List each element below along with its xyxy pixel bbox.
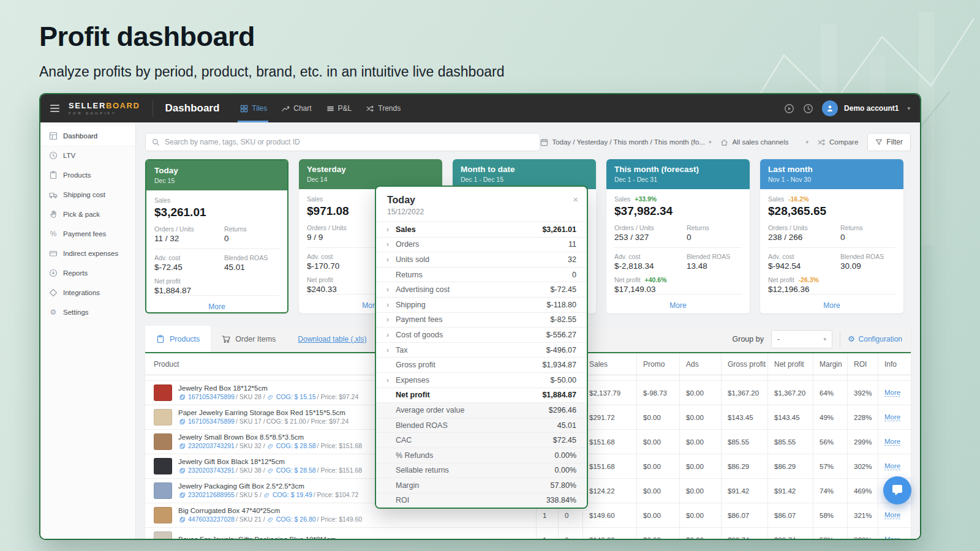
- paperclip-icon: [268, 394, 274, 400]
- product-id-link[interactable]: 2320203743291: [188, 442, 235, 451]
- sidebar-item-shipping-cost[interactable]: Shipping cost: [40, 185, 135, 204]
- tile-date: Dec 1 - Dec 15: [461, 176, 588, 183]
- net-delta-badge: -26.3%: [799, 276, 819, 283]
- tile-last-month[interactable]: Last month Nov 1 - Nov 30 Sales-16.2% $2…: [760, 159, 903, 313]
- more-link[interactable]: More: [208, 302, 225, 311]
- close-icon[interactable]: ×: [573, 194, 578, 204]
- tab-tiles[interactable]: Tiles: [240, 94, 267, 122]
- more-link[interactable]: More: [884, 511, 900, 519]
- paperclip-icon: [268, 443, 274, 449]
- sidebar-item-payment-fees[interactable]: % Payment fees: [40, 224, 135, 244]
- play-circle-icon[interactable]: [784, 103, 794, 114]
- sidebar-item-ltv[interactable]: LTV: [40, 146, 135, 165]
- compare-button[interactable]: Compare: [818, 138, 858, 146]
- more-link[interactable]: More: [823, 301, 840, 310]
- download-table-link[interactable]: Download table (.xls): [298, 335, 366, 343]
- sidebar-item-dashboard[interactable]: Dashboard: [40, 126, 135, 146]
- sidebar-item-reports[interactable]: Reports: [40, 263, 135, 283]
- search-box: [145, 133, 540, 151]
- toolbar-controls: Today / Yesterday / This month / This mo…: [540, 133, 911, 151]
- account-name[interactable]: Demo account1: [844, 104, 899, 113]
- product-id-link[interactable]: 1671053475899: [188, 393, 235, 402]
- popup-row: Returns0: [376, 267, 587, 282]
- tab-chart[interactable]: Chart: [282, 94, 311, 122]
- copy-icon[interactable]: [179, 492, 186, 498]
- clock-icon[interactable]: [803, 103, 813, 114]
- card-icon: [49, 249, 58, 258]
- avatar[interactable]: [822, 100, 838, 116]
- configuration-button[interactable]: ⚙ Configuration: [848, 334, 902, 343]
- tiles-grid-icon: [240, 105, 248, 113]
- copy-icon[interactable]: [179, 419, 186, 425]
- chevron-down-icon[interactable]: ▾: [907, 105, 910, 111]
- popup-row: Blended ROAS45.01: [376, 418, 587, 433]
- tile-title: Yesterday: [307, 165, 434, 174]
- popup-row[interactable]: ›Units sold32: [376, 252, 587, 267]
- sidebar-item-indirect-expenses[interactable]: Indirect expenses: [40, 244, 135, 263]
- copy-icon[interactable]: [179, 468, 186, 474]
- product-thumbnail: [154, 531, 172, 540]
- product-id-link[interactable]: 4476033237028: [188, 515, 235, 524]
- expand-icon: ›: [386, 346, 396, 354]
- popup-row[interactable]: ›Sales$3,261.01: [376, 222, 587, 237]
- popup-row: Gross profit$1,934.87: [376, 357, 587, 372]
- product-thumbnail: [154, 433, 172, 450]
- product-id-link[interactable]: 2320203743291: [188, 467, 235, 475]
- more-link[interactable]: More: [884, 413, 900, 421]
- more-link[interactable]: More: [884, 462, 900, 470]
- popup-row[interactable]: ›Advertising cost$-72.45: [376, 282, 587, 297]
- product-thumbnail: [154, 409, 172, 425]
- sales-value: $28,365.65: [768, 204, 895, 218]
- popup-row[interactable]: ›Orders11: [376, 237, 587, 252]
- compare-shuffle-icon: [818, 138, 826, 146]
- popup-row: Margin57.80%: [376, 478, 587, 493]
- sidebar-item-pick-pack[interactable]: Pick & pack: [40, 204, 135, 224]
- popup-date: 15/12/2022: [387, 208, 576, 216]
- popup-row[interactable]: ›Expenses$-50.00: [376, 372, 587, 388]
- sales-delta-badge: -16.2%: [788, 195, 809, 203]
- expand-icon: ›: [386, 225, 396, 234]
- sidebar-item-settings[interactable]: ⚙ Settings: [40, 302, 135, 322]
- search-input[interactable]: [165, 138, 533, 146]
- menu-icon[interactable]: [50, 103, 59, 114]
- tab-pl[interactable]: P&L: [326, 94, 352, 122]
- product-thumbnail: [154, 458, 172, 474]
- sidebar-item-products[interactable]: Products: [40, 165, 135, 185]
- main-content: Today / Yesterday / This month / This mo…: [136, 122, 920, 539]
- chart-line-icon: [282, 105, 290, 113]
- chevron-down-icon: ▾: [709, 139, 712, 145]
- tile-today[interactable]: Today Dec 15 Sales $3,261.01 Orders / Un…: [145, 159, 288, 313]
- more-link[interactable]: More: [884, 438, 900, 446]
- popup-row[interactable]: ›Tax$-496.07: [376, 342, 587, 358]
- page-subtitle: Analyze profits by period, product, bran…: [39, 64, 504, 80]
- tab-trends[interactable]: Trends: [366, 94, 401, 122]
- popup-row[interactable]: ›Payment fees$-82.55: [376, 312, 587, 328]
- tile-date: Dec 1 - Dec 31: [614, 176, 742, 183]
- sales-delta-badge: +33.9%: [635, 195, 657, 203]
- popup-row[interactable]: ›Shipping$-118.80: [376, 297, 587, 312]
- sidebar-item-integrations[interactable]: Integrations: [40, 283, 135, 302]
- popup-row[interactable]: ›Cost of goods$-556.27: [376, 327, 587, 342]
- expand-icon: ›: [386, 315, 396, 324]
- calendar-icon: [540, 138, 548, 146]
- product-id-link[interactable]: 2320212688955: [188, 491, 235, 500]
- puzzle-icon: [49, 288, 58, 297]
- tile-date: Dec 15: [154, 177, 279, 184]
- filter-button[interactable]: Filter: [867, 133, 911, 151]
- tile-this-month-forecast[interactable]: This month (forecast) Dec 1 - Dec 31 Sal…: [606, 159, 750, 313]
- chevron-down-icon: ▾: [823, 336, 826, 342]
- tab-products[interactable]: Products: [145, 326, 211, 352]
- net-profit-value: $17,149.03: [614, 285, 742, 294]
- more-link[interactable]: More: [884, 536, 900, 540]
- sales-channel-selector[interactable]: All sales channels ▾: [720, 138, 809, 146]
- copy-icon[interactable]: [179, 394, 186, 400]
- more-link[interactable]: More: [669, 301, 686, 310]
- chat-widget-button[interactable]: [883, 476, 911, 504]
- tab-order-items[interactable]: Order Items: [211, 326, 287, 352]
- date-range-selector[interactable]: Today / Yesterday / This month / This mo…: [540, 138, 711, 146]
- product-id-link[interactable]: 1671053475899: [188, 418, 235, 426]
- more-link[interactable]: More: [884, 389, 900, 397]
- copy-icon[interactable]: [179, 443, 186, 449]
- copy-icon[interactable]: [179, 517, 186, 523]
- group-by-select[interactable]: - ▾: [771, 330, 832, 348]
